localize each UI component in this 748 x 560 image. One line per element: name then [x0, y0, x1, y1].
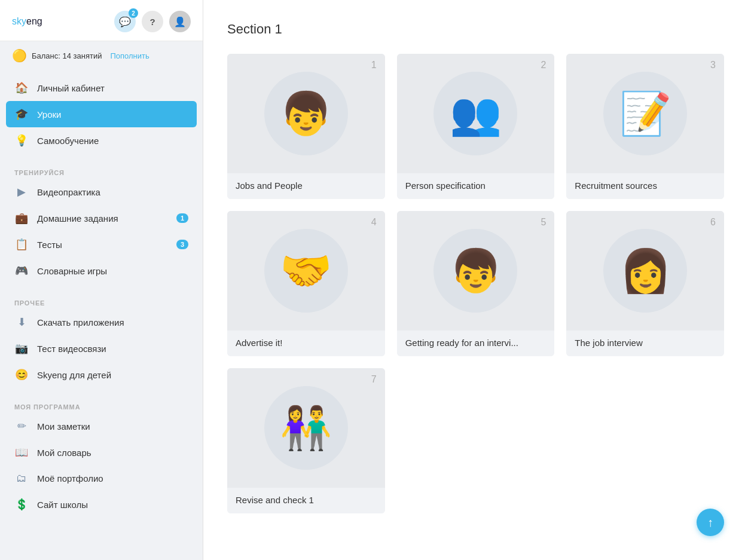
- vocab-icon: 📖: [14, 446, 29, 459]
- self-study-icon: 💡: [14, 134, 29, 147]
- sidebar-item-vocab[interactable]: 📖 Мой словарь: [0, 439, 203, 466]
- lesson-card-6[interactable]: 6 👩 The job interview: [566, 211, 724, 356]
- sidebar-item-word-games[interactable]: 🎮 Словарные игры: [0, 258, 203, 284]
- other-section: ПРОЧЕЕ ⬇ Скачать приложения 📷 Тест видео…: [0, 289, 203, 393]
- train-section: ТРЕНИРУЙСЯ ▶ Видеопрактика 💼 Домашние за…: [0, 158, 203, 289]
- program-section-label: МОЯ ПРОГРАММА: [0, 397, 203, 413]
- sidebar-item-notes[interactable]: ✏ Мои заметки: [0, 413, 203, 439]
- video-icon: ▶: [14, 185, 29, 198]
- card-number: 4: [371, 217, 377, 228]
- card-image: 🤝: [227, 211, 385, 331]
- card-image: 👫: [227, 368, 385, 488]
- sidebar-item-personal-label: Личный кабинет: [37, 83, 105, 93]
- card-image: 👦: [227, 54, 385, 173]
- chat-button[interactable]: 💬 2: [114, 11, 136, 32]
- help-button[interactable]: ?: [142, 11, 163, 32]
- main-content: Section 1 1 👦 Jobs and People 2 👥 Person…: [203, 0, 748, 560]
- card-image: 👥: [397, 54, 555, 173]
- help-icon: ?: [149, 17, 155, 27]
- sidebar-item-apps-label: Скачать приложения: [37, 317, 124, 328]
- sidebar-item-tests[interactable]: 📋 Тесты 3: [0, 231, 203, 258]
- train-section-label: ТРЕНИРУЙСЯ: [0, 163, 203, 179]
- card-label: Person specification: [397, 173, 555, 199]
- school-icon: 💲: [14, 498, 29, 511]
- sidebar-item-portfolio[interactable]: 🗂 Моё портфолио: [0, 466, 203, 491]
- tests-badge: 3: [176, 240, 188, 249]
- card-number: 2: [541, 60, 546, 71]
- kids-icon: 😊: [14, 368, 29, 381]
- home-icon: 🏠: [14, 81, 29, 94]
- video-test-icon: 📷: [14, 342, 29, 355]
- chat-badge: 2: [129, 8, 138, 18]
- sidebar-item-portfolio-label: Моё портфолио: [37, 473, 103, 484]
- lesson-card-4[interactable]: 4 🤝 Advertise it!: [227, 211, 385, 356]
- sidebar-item-self-study-label: Самообучение: [37, 136, 99, 146]
- sidebar-item-video-label: Видеопрактика: [37, 187, 100, 197]
- sidebar: skyeng 💬 2 ? 👤 🟡 Баланс: 14 занятий Попо…: [0, 0, 203, 560]
- notes-icon: ✏: [14, 420, 29, 433]
- lessons-icon: 🎓: [14, 108, 29, 121]
- sidebar-item-kids[interactable]: 😊 Skyeng для детей: [0, 362, 203, 388]
- program-section: МОЯ ПРОГРАММА ✏ Мои заметки 📖 Мой словар…: [0, 393, 203, 522]
- logo-eng: eng: [26, 16, 42, 26]
- card-illustration: 👦: [433, 229, 517, 313]
- other-section-label: ПРОЧЕЕ: [0, 293, 203, 309]
- scroll-top-button[interactable]: ↑: [697, 509, 724, 536]
- sidebar-item-apps[interactable]: ⬇ Скачать приложения: [0, 309, 203, 335]
- homework-icon: 💼: [14, 212, 29, 225]
- card-illustration: 📝: [603, 72, 687, 155]
- sidebar-item-video-test[interactable]: 📷 Тест видеосвязи: [0, 335, 203, 362]
- cards-grid: 1 👦 Jobs and People 2 👥 Person specifica…: [227, 54, 724, 513]
- card-illustration: 👥: [433, 72, 517, 155]
- lesson-card-5[interactable]: 5 👦 Getting ready for an intervi...: [397, 211, 555, 356]
- card-label: Advertise it!: [227, 331, 385, 356]
- sidebar-item-homework-label: Домашние задания: [37, 213, 118, 224]
- card-number: 3: [710, 60, 716, 71]
- sidebar-item-lessons[interactable]: 🎓 Уроки: [6, 101, 197, 127]
- sidebar-item-tests-label: Тесты: [37, 240, 62, 250]
- sidebar-item-video[interactable]: ▶ Видеопрактика: [0, 179, 203, 205]
- card-label: Revise and check 1: [227, 488, 385, 513]
- homework-badge: 1: [176, 213, 188, 223]
- sidebar-item-school[interactable]: 💲 Сайт школы: [0, 491, 203, 518]
- sidebar-item-notes-label: Мои заметки: [37, 421, 90, 432]
- header-icons: 💬 2 ? 👤: [114, 11, 191, 32]
- card-label: Getting ready for an intervi...: [397, 331, 555, 356]
- avatar-button[interactable]: 👤: [169, 11, 191, 32]
- balance-bar: 🟡 Баланс: 14 занятий Пополнить: [0, 41, 203, 70]
- avatar-icon: 👤: [174, 16, 186, 27]
- balance-coin-icon: 🟡: [12, 48, 27, 63]
- card-illustration: 👫: [264, 386, 348, 470]
- lesson-card-7[interactable]: 7 👫 Revise and check 1: [227, 368, 385, 513]
- card-number: 1: [371, 60, 377, 71]
- main-nav: 🏠 Личный кабинет 🎓 Уроки 💡 Самообучение: [0, 70, 203, 158]
- sidebar-item-personal[interactable]: 🏠 Личный кабинет: [0, 75, 203, 101]
- sidebar-item-school-label: Сайт школы: [37, 500, 88, 510]
- card-number: 5: [541, 217, 546, 228]
- card-illustration: 🤝: [264, 229, 348, 313]
- card-label: The job interview: [566, 331, 724, 356]
- card-image: 👩: [566, 211, 724, 331]
- card-illustration: 👩: [603, 229, 687, 313]
- sidebar-item-kids-label: Skyeng для детей: [37, 370, 111, 380]
- lesson-card-2[interactable]: 2 👥 Person specification: [397, 54, 555, 199]
- sidebar-item-lessons-label: Уроки: [37, 109, 61, 120]
- sidebar-header: skyeng 💬 2 ? 👤: [0, 0, 203, 41]
- card-number: 6: [710, 217, 716, 228]
- card-illustration: 👦: [264, 72, 348, 155]
- top-up-link[interactable]: Пополнить: [110, 51, 149, 60]
- balance-text: Баланс: 14 занятий: [32, 51, 102, 60]
- card-image: 👦: [397, 211, 555, 331]
- card-label: Recruitment sources: [566, 173, 724, 199]
- lesson-card-3[interactable]: 3 📝 Recruitment sources: [566, 54, 724, 199]
- sidebar-item-video-test-label: Тест видеосвязи: [37, 344, 106, 354]
- sidebar-item-homework[interactable]: 💼 Домашние задания 1: [0, 205, 203, 231]
- card-image: 📝: [566, 54, 724, 173]
- sidebar-item-self-study[interactable]: 💡 Самообучение: [0, 127, 203, 154]
- tests-icon: 📋: [14, 238, 29, 251]
- portfolio-icon: 🗂: [14, 472, 29, 485]
- sidebar-item-vocab-label: Мой словарь: [37, 448, 91, 458]
- lesson-card-1[interactable]: 1 👦 Jobs and People: [227, 54, 385, 199]
- apps-icon: ⬇: [14, 316, 29, 329]
- logo[interactable]: skyeng: [12, 16, 42, 27]
